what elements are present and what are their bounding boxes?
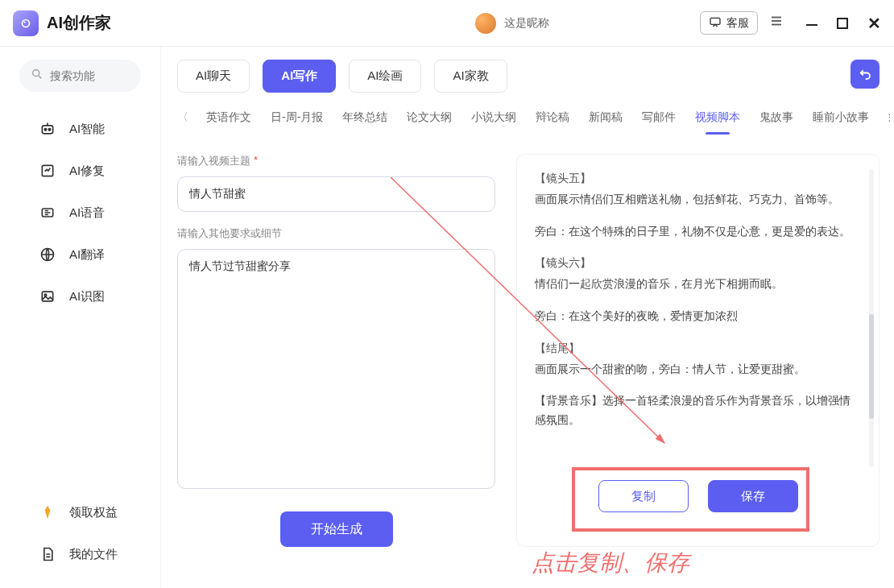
action-row: 复制 保存 <box>535 480 861 512</box>
sidebar-label: 领取权益 <box>69 505 118 520</box>
generate-button[interactable]: 开始生成 <box>280 511 393 547</box>
window-controls: ✕ <box>806 18 881 29</box>
minimize-button[interactable] <box>806 18 817 29</box>
segment-body: 画面展示一个甜蜜的吻，旁白：情人节，让爱更甜蜜。 <box>535 360 861 379</box>
sidebar-items: AI智能 AI修复 AI语音 AI翻译 AI识图 <box>0 108 160 491</box>
chevron-left-icon[interactable]: 〈 <box>177 110 188 125</box>
copy-button[interactable]: 复制 <box>598 480 689 512</box>
cat-tab[interactable]: 年终总结 <box>341 107 389 128</box>
input-panel: 请输入视频主题* 请输入其他要求或细节 开始生成 <box>177 154 495 547</box>
segment-body: 旁白：在这个美好的夜晚，爱情更加浓烈 <box>535 307 861 326</box>
svg-point-0 <box>23 19 30 27</box>
support-button[interactable]: 客服 <box>700 11 758 35</box>
svg-point-1 <box>23 21 25 23</box>
maximize-button[interactable] <box>837 18 848 29</box>
scrollbar[interactable] <box>869 169 874 467</box>
segment-tag: 【镜头六】 <box>535 254 861 273</box>
search-input[interactable] <box>50 69 130 82</box>
cat-tab[interactable]: 小说大纲 <box>470 107 518 128</box>
svg-rect-2 <box>710 18 720 24</box>
svg-point-9 <box>44 129 47 131</box>
segment-body: 情侣们一起欣赏浪漫的音乐，在月光下相拥而眠。 <box>535 275 861 294</box>
tab-draw[interactable]: AI绘画 <box>349 60 421 93</box>
segment-tag: 【镜头五】 <box>535 169 861 188</box>
title-bar: AI创作家 这是昵称 客服 ✕ <box>0 0 894 47</box>
content-area: AI聊天 AI写作 AI绘画 AI家教 〈 英语作文 日-周-月报 年终总结 论… <box>161 47 894 588</box>
cat-tab[interactable]: 论文大纲 <box>405 107 453 128</box>
image-icon <box>39 288 56 304</box>
segment-body: 【背景音乐】选择一首轻柔浪漫的音乐作为背景音乐，以增强情感氛围。 <box>535 391 861 430</box>
svg-line-7 <box>39 76 41 78</box>
file-icon <box>39 546 56 562</box>
sidebar: AI智能 AI修复 AI语音 AI翻译 AI识图 领取权益 <box>0 47 161 588</box>
tab-write[interactable]: AI写作 <box>263 60 336 93</box>
close-button[interactable]: ✕ <box>867 18 881 29</box>
sidebar-label: AI翻译 <box>69 247 105 263</box>
topic-input[interactable] <box>177 176 495 212</box>
output-panel: 【镜头五】 画面展示情侣们互相赠送礼物，包括鲜花、巧克力、首饰等。 旁白：在这个… <box>516 154 880 547</box>
detail-label: 请输入其他要求或细节 <box>177 226 495 241</box>
tab-tutor[interactable]: AI家教 <box>434 60 507 93</box>
sidebar-label: 我的文件 <box>69 547 118 562</box>
sidebar-item-ai[interactable]: AI智能 <box>0 108 160 150</box>
voice-icon <box>39 205 56 221</box>
required-marker: * <box>254 154 258 168</box>
cat-tab[interactable]: 疯狂 <box>887 107 890 128</box>
sidebar-item-image[interactable]: AI识图 <box>0 275 160 317</box>
cat-tab-active[interactable]: 视频脚本 <box>693 107 742 128</box>
output-content: 【镜头五】 画面展示情侣们互相赠送礼物，包括鲜花、巧克力、首饰等。 旁白：在这个… <box>535 169 861 467</box>
svg-rect-8 <box>42 126 52 134</box>
sidebar-item-translate[interactable]: AI翻译 <box>0 234 160 275</box>
repair-icon <box>39 163 56 179</box>
cat-tab[interactable]: 鬼故事 <box>758 107 795 128</box>
app-title: AI创作家 <box>47 12 111 34</box>
chat-icon <box>709 15 722 31</box>
back-button[interactable] <box>851 60 880 89</box>
search-box[interactable] <box>19 60 141 92</box>
svg-point-6 <box>33 70 39 77</box>
scrollbar-thumb[interactable] <box>869 314 874 419</box>
sidebar-item-repair[interactable]: AI修复 <box>0 150 160 192</box>
top-tabs: AI聊天 AI写作 AI绘画 AI家教 <box>177 60 880 93</box>
search-icon <box>31 68 43 84</box>
cat-tab[interactable]: 睡前小故事 <box>811 107 871 128</box>
detail-textarea[interactable] <box>177 249 495 489</box>
svg-rect-14 <box>42 292 52 301</box>
sidebar-label: AI智能 <box>69 122 105 137</box>
cat-tab[interactable]: 新闻稿 <box>587 107 624 128</box>
svg-point-10 <box>48 129 51 131</box>
user-avatar[interactable] <box>475 13 496 34</box>
sidebar-label: AI修复 <box>69 164 105 179</box>
user-area: 这是昵称 <box>475 13 549 34</box>
sidebar-item-files[interactable]: 我的文件 <box>0 533 160 575</box>
cat-tab[interactable]: 日-周-月报 <box>269 107 325 128</box>
app-logo <box>13 10 39 36</box>
sidebar-label: AI语音 <box>69 205 105 221</box>
translate-icon <box>39 246 56 263</box>
sidebar-bottom: 领取权益 我的文件 <box>0 491 160 588</box>
sidebar-label: AI识图 <box>69 289 105 304</box>
main-layout: AI智能 AI修复 AI语音 AI翻译 AI识图 领取权益 <box>0 47 894 588</box>
segment-body: 画面展示情侣们互相赠送礼物，包括鲜花、巧克力、首饰等。 <box>535 190 861 209</box>
cat-tab[interactable]: 写邮件 <box>640 107 677 128</box>
return-icon <box>858 67 872 81</box>
save-button[interactable]: 保存 <box>708 480 798 512</box>
brain-icon <box>39 121 56 137</box>
segment-tag: 【结尾】 <box>535 339 861 358</box>
user-nickname: 这是昵称 <box>504 16 549 31</box>
diamond-icon <box>39 504 56 520</box>
sidebar-item-rewards[interactable]: 领取权益 <box>0 491 160 533</box>
cat-tab[interactable]: 辩论稿 <box>534 107 571 128</box>
sidebar-item-voice[interactable]: AI语音 <box>0 192 160 234</box>
cat-tab[interactable]: 英语作文 <box>205 107 253 128</box>
segment-body: 旁白：在这个特殊的日子里，礼物不仅是心意，更是爱的表达。 <box>535 222 861 242</box>
category-tabs: 〈 英语作文 日-周-月报 年终总结 论文大纲 小说大纲 辩论稿 新闻稿 写邮件… <box>177 104 880 136</box>
menu-icon[interactable] <box>769 14 784 32</box>
support-label: 客服 <box>726 16 749 31</box>
topic-label: 请输入视频主题* <box>177 154 495 168</box>
tab-chat[interactable]: AI聊天 <box>177 60 250 93</box>
title-actions: 客服 ✕ <box>700 11 881 35</box>
workspace: 请输入视频主题* 请输入其他要求或细节 开始生成 【镜头五】 画面展示情侣们互相… <box>177 154 880 547</box>
